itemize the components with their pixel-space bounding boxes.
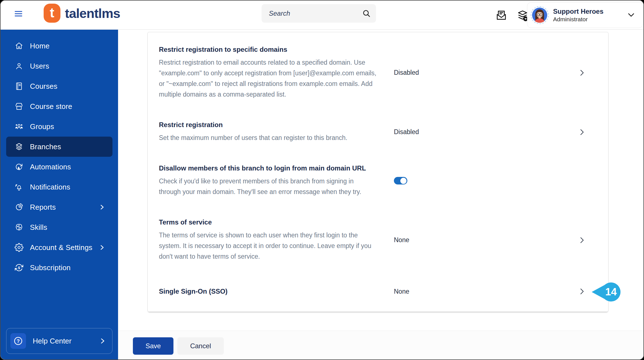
sidebar-item-groups[interactable]: Groups — [6, 116, 112, 137]
sidebar-item-courses[interactable]: Courses — [6, 76, 112, 96]
brain-icon — [14, 223, 24, 232]
renewal-icon: $ — [14, 263, 24, 272]
setting-value: Disabled — [394, 128, 419, 136]
step-badge-pointer: 14 — [591, 281, 621, 303]
branch-settings-card: Restrict registration to specific domain… — [147, 32, 608, 312]
setting-value: Disabled — [394, 69, 419, 76]
main-panel: Restrict registration to specific domain… — [118, 30, 643, 359]
gear-icon — [14, 243, 24, 252]
cancel-button[interactable]: Cancel — [177, 337, 224, 355]
setting-row-sso[interactable]: Single Sign-On (SSO) None 14 — [148, 272, 608, 312]
hamburger-icon[interactable] — [15, 11, 22, 17]
sidebar-item-skills[interactable]: Skills — [6, 217, 112, 237]
chevron-right-icon[interactable] — [578, 128, 586, 136]
form-footer: Save Cancel — [118, 331, 643, 359]
home-icon — [14, 41, 24, 51]
setting-description: Restrict registration to email accounts … — [159, 57, 377, 100]
setting-title: Restrict registration — [159, 121, 377, 129]
layers-switch-icon[interactable] — [515, 9, 528, 22]
chevron-right-icon[interactable] — [578, 287, 586, 295]
sidebar-item-course-store[interactable]: Course store — [6, 96, 112, 116]
question-circle-icon: ? — [10, 333, 26, 349]
setting-description: The terms of service is shown to each us… — [159, 230, 377, 262]
chevron-right-icon — [99, 204, 105, 210]
setting-description: Set the maximum number of users that can… — [159, 132, 377, 143]
group-icon — [14, 122, 24, 131]
help-center-button[interactable]: ? Help Center — [6, 328, 112, 354]
setting-row-restrict-registration[interactable]: Restrict registration Set the maximum nu… — [148, 110, 608, 154]
sidebar-item-reports[interactable]: Reports — [6, 197, 112, 217]
svg-text:?: ? — [17, 338, 20, 344]
app-logo[interactable]: t talentlms — [44, 4, 120, 23]
setting-title: Disallow members of this branch to login… — [159, 164, 377, 172]
disallow-login-toggle[interactable] — [394, 177, 407, 184]
setting-row-disallow-main-domain-login: Disallow members of this branch to login… — [148, 154, 608, 208]
sidebar-item-notifications[interactable]: Notifications — [6, 177, 112, 197]
logo-wordmark: talentlms — [65, 6, 120, 21]
user-menu[interactable]: Support Heroes Administrator — [527, 2, 643, 28]
setting-description: Check if you'd like to prevent members o… — [159, 176, 377, 197]
chevron-down-icon[interactable] — [627, 12, 635, 18]
sidebar-item-branches[interactable]: Branches — [6, 137, 112, 157]
setting-title: Single Sign-On (SSO) — [159, 287, 377, 295]
sidebar-item-subscription[interactable]: $ Subscription — [6, 258, 112, 278]
search-input[interactable] — [269, 10, 362, 17]
logo-icon: t — [44, 4, 60, 23]
setting-value: None — [394, 236, 409, 244]
setting-row-restrict-domains[interactable]: Restrict registration to specific domain… — [148, 32, 608, 110]
setting-title: Restrict registration to specific domain… — [159, 46, 377, 53]
pie-chart-icon — [14, 202, 24, 212]
chevron-right-icon — [99, 244, 105, 251]
chevron-right-icon[interactable] — [578, 69, 586, 77]
layers-icon — [14, 142, 24, 151]
chevron-right-icon — [99, 338, 106, 344]
svg-text:$: $ — [18, 266, 20, 270]
search-icon[interactable] — [362, 9, 371, 18]
storefront-icon — [14, 102, 24, 111]
bell-icon — [14, 182, 24, 192]
setting-row-terms-of-service[interactable]: Terms of service The terms of service is… — [148, 208, 608, 272]
setting-title: Terms of service — [159, 218, 377, 226]
chevron-right-icon[interactable] — [578, 236, 586, 244]
top-header: t talentlms — [1, 1, 643, 30]
svg-text:14: 14 — [605, 286, 617, 298]
automation-icon — [14, 162, 24, 172]
user-icon — [14, 61, 24, 71]
user-role: Administrator — [553, 16, 603, 23]
search-box — [262, 4, 376, 23]
message-inbox-icon[interactable] — [495, 9, 508, 22]
avatar — [531, 6, 549, 24]
save-button[interactable]: Save — [133, 337, 173, 355]
sidebar-item-home[interactable]: Home — [6, 36, 112, 56]
sidebar: Home Users Courses Course store Groups B… — [1, 30, 118, 359]
sidebar-item-users[interactable]: Users — [6, 56, 112, 76]
user-name: Support Heroes — [553, 8, 603, 15]
sidebar-item-account-settings[interactable]: Account & Settings — [6, 237, 112, 258]
sidebar-item-automations[interactable]: Automations — [6, 157, 112, 177]
setting-value: None — [394, 288, 409, 295]
book-icon — [14, 81, 24, 91]
app-window: t talentlms — [0, 0, 644, 360]
